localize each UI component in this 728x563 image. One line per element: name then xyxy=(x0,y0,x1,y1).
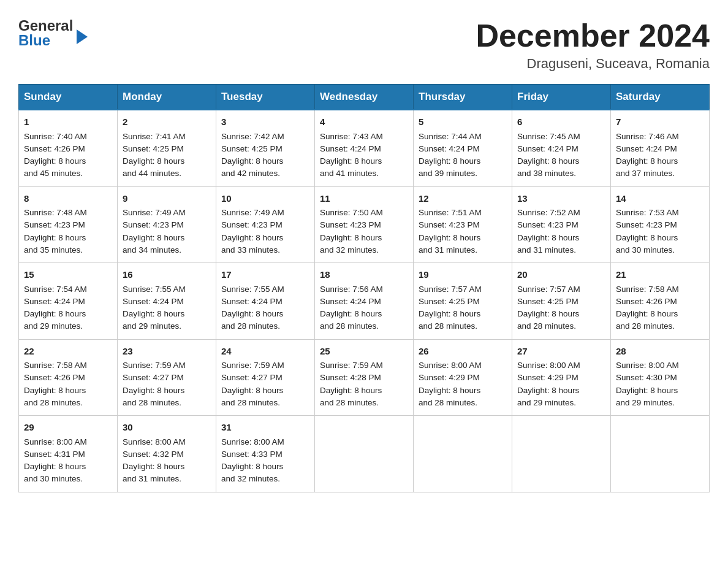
calendar-table: SundayMondayTuesdayWednesdayThursdayFrid… xyxy=(18,84,710,492)
day-info: and 41 minutes. xyxy=(320,167,408,180)
col-header-thursday: Thursday xyxy=(414,85,512,110)
col-header-wednesday: Wednesday xyxy=(315,85,414,110)
day-info: Sunrise: 8:00 AM xyxy=(123,436,211,448)
day-info: Daylight: 8 hours xyxy=(517,155,605,167)
day-info: and 28 minutes. xyxy=(419,320,507,332)
day-number: 13 xyxy=(517,192,605,206)
day-info: Daylight: 8 hours xyxy=(419,155,507,167)
day-info: and 28 minutes. xyxy=(221,397,309,409)
day-info: Daylight: 8 hours xyxy=(320,385,408,397)
day-info: Sunset: 4:29 PM xyxy=(419,372,507,384)
day-number: 17 xyxy=(221,268,309,282)
day-info: and 37 minutes. xyxy=(616,167,704,180)
logo-text: General Blue xyxy=(18,18,73,48)
day-number: 8 xyxy=(24,192,112,206)
day-info: and 35 minutes. xyxy=(24,244,112,256)
calendar-cell: 19Sunrise: 7:57 AMSunset: 4:25 PMDayligh… xyxy=(414,263,512,340)
day-info: Sunrise: 7:57 AM xyxy=(517,283,605,296)
calendar-cell: 31Sunrise: 8:00 AMSunset: 4:33 PMDayligh… xyxy=(216,416,315,492)
day-info: Sunrise: 7:58 AM xyxy=(24,359,112,372)
day-info: Sunrise: 7:59 AM xyxy=(221,359,309,372)
col-header-saturday: Saturday xyxy=(611,85,710,110)
calendar-cell: 16Sunrise: 7:55 AMSunset: 4:24 PMDayligh… xyxy=(118,263,216,340)
day-info: and 29 minutes. xyxy=(517,397,605,409)
day-number: 18 xyxy=(320,268,408,282)
day-info: Daylight: 8 hours xyxy=(123,385,211,397)
header-row: SundayMondayTuesdayWednesdayThursdayFrid… xyxy=(19,85,710,110)
day-info: Daylight: 8 hours xyxy=(24,155,112,167)
day-info: Sunset: 4:29 PM xyxy=(517,372,605,384)
calendar-cell: 18Sunrise: 7:56 AMSunset: 4:24 PMDayligh… xyxy=(315,263,414,340)
calendar-cell: 4Sunrise: 7:43 AMSunset: 4:24 PMDaylight… xyxy=(315,110,414,186)
day-info: Sunrise: 8:00 AM xyxy=(419,359,507,372)
calendar-cell: 17Sunrise: 7:55 AMSunset: 4:24 PMDayligh… xyxy=(216,263,315,340)
day-info: and 31 minutes. xyxy=(419,244,507,256)
day-number: 19 xyxy=(419,268,507,282)
day-info: Sunrise: 7:43 AM xyxy=(320,131,408,143)
calendar-cell: 3Sunrise: 7:42 AMSunset: 4:25 PMDaylight… xyxy=(216,110,315,186)
day-info: Daylight: 8 hours xyxy=(123,155,211,167)
day-info: Sunset: 4:26 PM xyxy=(24,372,112,384)
day-number: 3 xyxy=(221,115,309,129)
day-info: Sunset: 4:25 PM xyxy=(419,296,507,308)
day-info: and 28 minutes. xyxy=(123,397,211,409)
day-info: Sunrise: 7:59 AM xyxy=(123,359,211,372)
day-info: and 30 minutes. xyxy=(616,244,704,256)
week-row-4: 22Sunrise: 7:58 AMSunset: 4:26 PMDayligh… xyxy=(19,339,710,416)
day-info: Sunrise: 7:49 AM xyxy=(123,207,211,219)
day-number: 4 xyxy=(320,115,408,129)
logo: General Blue xyxy=(18,18,88,48)
day-info: Sunrise: 7:50 AM xyxy=(320,207,408,219)
calendar-cell: 29Sunrise: 8:00 AMSunset: 4:31 PMDayligh… xyxy=(19,416,118,492)
day-info: Sunrise: 7:57 AM xyxy=(419,283,507,296)
logo-general: General xyxy=(18,18,73,33)
day-number: 23 xyxy=(123,345,211,359)
calendar-cell xyxy=(611,416,710,492)
day-info: Daylight: 8 hours xyxy=(419,232,507,244)
day-info: and 28 minutes. xyxy=(616,320,704,332)
day-info: Sunset: 4:23 PM xyxy=(616,219,704,231)
day-info: Sunset: 4:24 PM xyxy=(517,143,605,155)
calendar-cell: 1Sunrise: 7:40 AMSunset: 4:26 PMDaylight… xyxy=(19,110,118,186)
day-number: 22 xyxy=(24,345,112,359)
week-row-5: 29Sunrise: 8:00 AMSunset: 4:31 PMDayligh… xyxy=(19,416,710,492)
day-info: Sunrise: 7:54 AM xyxy=(24,283,112,296)
col-header-tuesday: Tuesday xyxy=(216,85,315,110)
day-info: and 28 minutes. xyxy=(419,397,507,409)
day-info: Daylight: 8 hours xyxy=(123,232,211,244)
day-info: Sunrise: 7:49 AM xyxy=(221,207,309,219)
title-area: December 2024 Draguseni, Suceava, Romani… xyxy=(476,18,710,72)
day-number: 11 xyxy=(320,192,408,206)
day-info: Daylight: 8 hours xyxy=(221,308,309,320)
day-info: Sunset: 4:24 PM xyxy=(320,143,408,155)
day-info: and 42 minutes. xyxy=(221,167,309,180)
day-info: and 38 minutes. xyxy=(517,167,605,180)
day-info: Sunrise: 7:51 AM xyxy=(419,207,507,219)
day-info: Sunrise: 8:00 AM xyxy=(517,359,605,372)
calendar-cell: 20Sunrise: 7:57 AMSunset: 4:25 PMDayligh… xyxy=(512,263,611,340)
day-info: Daylight: 8 hours xyxy=(24,385,112,397)
day-info: Daylight: 8 hours xyxy=(123,308,211,320)
day-info: Daylight: 8 hours xyxy=(616,232,704,244)
day-info: Sunset: 4:24 PM xyxy=(419,143,507,155)
day-info: Sunset: 4:24 PM xyxy=(123,296,211,308)
day-info: Sunset: 4:27 PM xyxy=(221,372,309,384)
day-info: Sunrise: 7:52 AM xyxy=(517,207,605,219)
week-row-3: 15Sunrise: 7:54 AMSunset: 4:24 PMDayligh… xyxy=(19,263,710,340)
day-info: Daylight: 8 hours xyxy=(123,461,211,473)
day-info: and 29 minutes. xyxy=(24,320,112,332)
day-info: Daylight: 8 hours xyxy=(616,155,704,167)
day-number: 28 xyxy=(616,345,704,359)
week-row-1: 1Sunrise: 7:40 AMSunset: 4:26 PMDaylight… xyxy=(19,110,710,186)
day-number: 1 xyxy=(24,115,112,129)
day-number: 21 xyxy=(616,268,704,282)
day-info: Sunset: 4:25 PM xyxy=(221,143,309,155)
day-info: Sunrise: 7:59 AM xyxy=(320,359,408,372)
calendar-cell: 25Sunrise: 7:59 AMSunset: 4:28 PMDayligh… xyxy=(315,339,414,416)
col-header-sunday: Sunday xyxy=(19,85,118,110)
day-info: Daylight: 8 hours xyxy=(221,385,309,397)
calendar-cell: 8Sunrise: 7:48 AMSunset: 4:23 PMDaylight… xyxy=(19,186,118,263)
calendar-cell: 15Sunrise: 7:54 AMSunset: 4:24 PMDayligh… xyxy=(19,263,118,340)
day-info: and 32 minutes. xyxy=(221,473,309,485)
day-number: 25 xyxy=(320,345,408,359)
